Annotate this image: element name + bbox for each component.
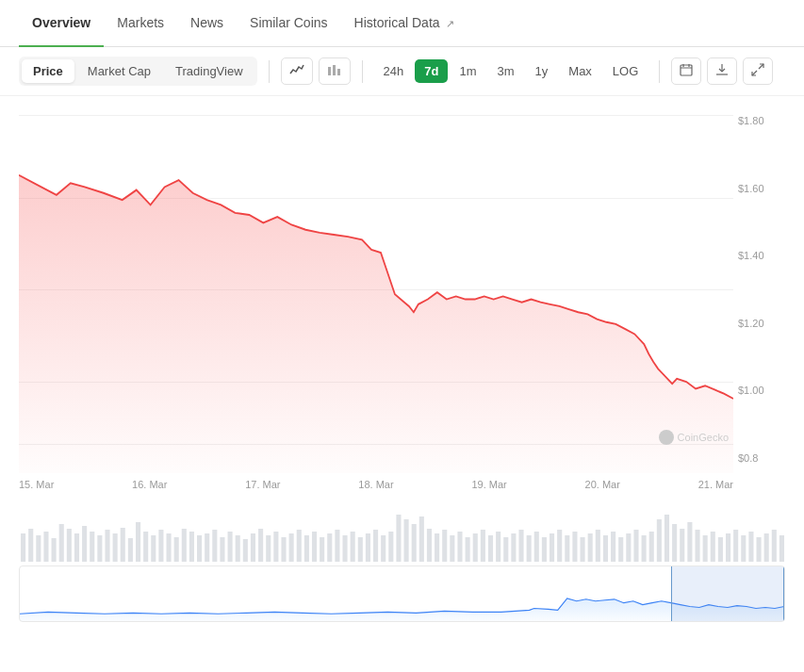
download-button[interactable]	[707, 57, 737, 85]
price-label-1.00: $1.00	[738, 385, 785, 396]
svg-rect-17	[67, 529, 72, 562]
nav-tabs: Overview Markets News Similar Coins Hist…	[0, 0, 804, 47]
toolbar-divider-1	[269, 60, 270, 83]
svg-rect-1	[333, 65, 336, 75]
time-7d-button[interactable]: 7d	[415, 59, 448, 83]
svg-rect-63	[419, 516, 424, 562]
price-label-1.40: $1.40	[738, 250, 785, 261]
svg-rect-37	[220, 537, 224, 562]
trading-view-button[interactable]: TradingView	[164, 59, 254, 83]
svg-rect-95	[665, 515, 669, 562]
svg-rect-49	[312, 532, 317, 562]
svg-rect-90	[626, 533, 631, 562]
date-label-21mar: 21. Mar	[698, 479, 733, 490]
time-24h-button[interactable]: 24h	[374, 59, 414, 83]
svg-rect-78	[534, 532, 539, 562]
svg-rect-85	[588, 533, 593, 562]
price-button[interactable]: Price	[22, 59, 74, 83]
time-1m-button[interactable]: 1m	[450, 59, 485, 83]
svg-rect-2	[337, 69, 340, 75]
mini-overview-chart[interactable]: 24. Feb 3. Mar 10. Mar 17. Mar	[19, 565, 785, 622]
price-labels: $1.80 $1.60 $1.40 $1.20 $1.00 $0.8	[738, 106, 785, 473]
svg-rect-56	[366, 533, 370, 562]
svg-rect-60	[396, 515, 401, 562]
svg-rect-26	[136, 522, 140, 562]
svg-rect-102	[718, 537, 723, 562]
expand-button[interactable]	[743, 57, 773, 85]
svg-rect-54	[351, 532, 355, 562]
svg-rect-31	[174, 537, 179, 562]
line-chart-icon	[289, 63, 304, 76]
svg-rect-57	[373, 530, 378, 562]
svg-rect-55	[358, 537, 363, 562]
svg-rect-86	[596, 530, 600, 562]
svg-rect-103	[726, 533, 730, 562]
svg-rect-104	[733, 530, 738, 562]
expand-icon	[751, 63, 764, 76]
time-max-button[interactable]: Max	[559, 59, 601, 83]
toolbar-divider-2	[362, 60, 363, 83]
tab-markets[interactable]: Markets	[104, 0, 177, 47]
svg-rect-79	[542, 537, 547, 562]
svg-rect-19	[82, 526, 87, 562]
svg-rect-50	[320, 537, 324, 562]
price-label-1.60: $1.60	[738, 183, 785, 194]
svg-rect-52	[335, 530, 339, 562]
svg-rect-88	[611, 532, 615, 562]
date-label-16mar: 16. Mar	[132, 479, 167, 490]
svg-rect-46	[289, 533, 294, 562]
time-1y-button[interactable]: 1y	[526, 59, 558, 83]
calendar-icon	[680, 63, 693, 76]
mini-chart-selection[interactable]	[671, 566, 784, 621]
line-chart-button[interactable]	[281, 57, 313, 85]
chart-toolbar: Price Market Cap TradingView 24h 7d 1m 3…	[0, 47, 804, 96]
svg-rect-45	[281, 537, 286, 562]
svg-rect-66	[442, 530, 447, 562]
bar-chart-button[interactable]	[319, 57, 351, 85]
svg-rect-34	[197, 535, 202, 562]
svg-rect-101	[711, 532, 715, 562]
time-button-group: 24h 7d 1m 3m 1y Max LOG	[374, 59, 648, 83]
main-price-chart: $1.80 $1.60 $1.40 $1.20 $1.00 $0.8 CoinG…	[19, 106, 785, 473]
svg-rect-62	[412, 524, 417, 562]
svg-rect-74	[503, 537, 508, 562]
svg-rect-96	[672, 524, 677, 562]
svg-rect-67	[450, 535, 454, 562]
market-cap-button[interactable]: Market Cap	[76, 59, 162, 83]
svg-rect-59	[388, 532, 393, 562]
svg-rect-80	[550, 533, 554, 562]
volume-chart	[19, 496, 785, 562]
svg-rect-100	[703, 535, 708, 562]
svg-rect-58	[381, 535, 386, 562]
time-log-button[interactable]: LOG	[603, 59, 648, 83]
svg-rect-43	[266, 535, 271, 562]
tab-similar-coins[interactable]: Similar Coins	[237, 0, 340, 47]
calendar-button[interactable]	[671, 57, 701, 85]
watermark-text: CoinGecko	[678, 432, 729, 443]
svg-rect-68	[457, 532, 462, 562]
svg-rect-98	[687, 522, 692, 562]
svg-rect-3	[681, 65, 692, 75]
mini-chart-svg	[20, 566, 784, 621]
svg-rect-25	[128, 538, 133, 562]
svg-rect-40	[243, 539, 248, 562]
svg-rect-61	[404, 519, 409, 562]
tab-historical-data[interactable]: Historical Data ↗	[341, 0, 468, 47]
date-label-17mar: 17. Mar	[245, 479, 280, 490]
tab-news[interactable]: News	[177, 0, 237, 47]
svg-rect-24	[121, 528, 125, 562]
view-button-group: Price Market Cap TradingView	[19, 57, 257, 86]
svg-rect-15	[52, 538, 57, 562]
tab-overview[interactable]: Overview	[19, 0, 104, 47]
svg-rect-32	[182, 529, 187, 562]
svg-rect-44	[273, 532, 278, 562]
svg-rect-16	[59, 524, 64, 562]
svg-rect-18	[74, 533, 79, 562]
price-label-0.8: $0.8	[738, 452, 785, 464]
svg-rect-110	[779, 535, 784, 562]
time-3m-button[interactable]: 3m	[488, 59, 524, 83]
svg-rect-89	[618, 537, 623, 562]
svg-rect-99	[695, 530, 699, 562]
svg-rect-53	[342, 535, 347, 562]
svg-rect-39	[236, 535, 240, 562]
